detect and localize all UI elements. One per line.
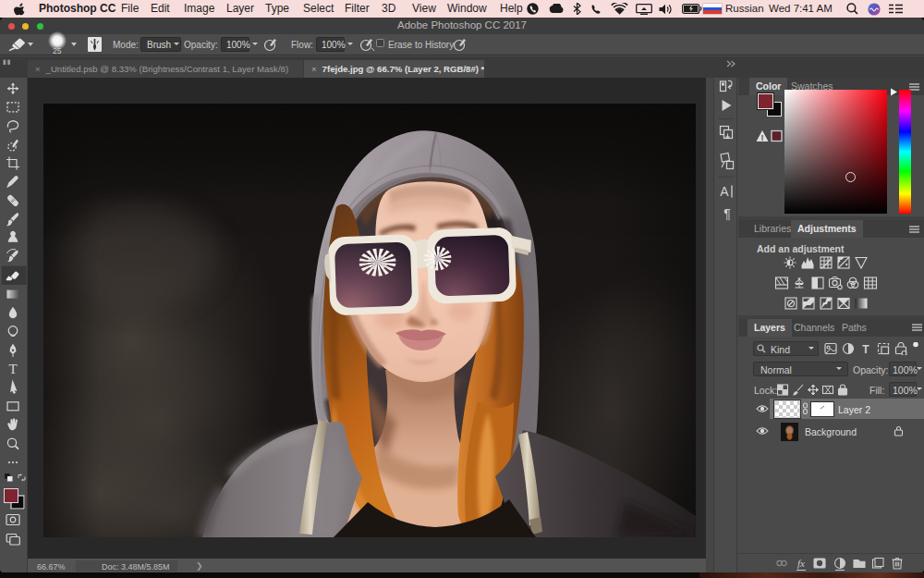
svg-text:T: T xyxy=(8,362,17,376)
svg-text:¶: ¶ xyxy=(723,206,731,221)
svg-text:T: T xyxy=(862,343,869,356)
svg-text:fx: fx xyxy=(797,558,805,569)
svg-text:!: ! xyxy=(761,133,764,142)
svg-text:A: A xyxy=(720,184,729,199)
